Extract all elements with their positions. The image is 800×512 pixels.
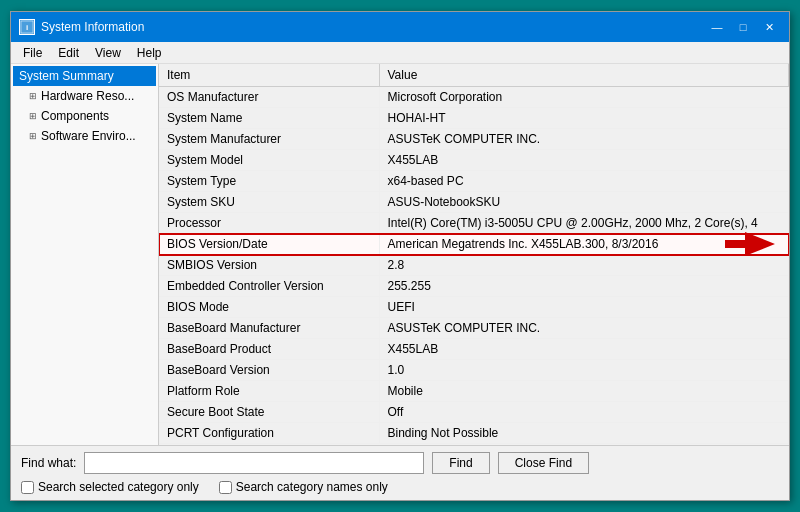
cell-item: PCRT Configuration — [159, 423, 379, 444]
window-title: System Information — [41, 20, 144, 34]
maximize-button[interactable]: □ — [731, 18, 755, 36]
sidebar-item-label: Hardware Reso... — [41, 89, 134, 103]
cell-item: Platform Role — [159, 381, 379, 402]
find-input[interactable] — [84, 452, 424, 474]
main-window: i System Information — □ ✕ FileEditViewH… — [10, 11, 790, 501]
title-bar: i System Information — □ ✕ — [11, 12, 789, 42]
search-selected-text: Search selected category only — [38, 480, 199, 494]
menu-item-edit[interactable]: Edit — [50, 44, 87, 62]
cell-value: 1.0 — [379, 360, 789, 381]
app-icon: i — [19, 19, 35, 35]
menu-item-view[interactable]: View — [87, 44, 129, 62]
sidebar: System Summary⊞Hardware Reso...⊞Componen… — [11, 64, 159, 445]
table-row: System NameHOHAI-HT — [159, 108, 789, 129]
title-bar-left: i System Information — [19, 19, 144, 35]
table-row: BIOS Version/DateAmerican Megatrends Inc… — [159, 234, 789, 255]
cell-item: System Manufacturer — [159, 129, 379, 150]
menu-item-help[interactable]: Help — [129, 44, 170, 62]
svg-text:i: i — [26, 23, 28, 32]
cell-item: Embedded Controller Version — [159, 276, 379, 297]
cell-value: ASUSTeK COMPUTER INC. — [379, 318, 789, 339]
expand-icon: ⊞ — [29, 131, 37, 141]
bottom-bar: Find what: Find Close Find Search select… — [11, 445, 789, 500]
table-row: System ModelX455LAB — [159, 150, 789, 171]
cell-value: Intel(R) Core(TM) i3-5005U CPU @ 2.00GHz… — [379, 213, 789, 234]
cell-value: Mobile — [379, 381, 789, 402]
sidebar-item-components[interactable]: ⊞Components — [13, 106, 156, 126]
cell-value: Off — [379, 402, 789, 423]
cell-item: System Name — [159, 108, 379, 129]
sidebar-item-label: Software Enviro... — [41, 129, 136, 143]
cell-value: X455LAB — [379, 150, 789, 171]
search-selected-checkbox[interactable] — [21, 481, 34, 494]
sidebar-item-software-enviro[interactable]: ⊞Software Enviro... — [13, 126, 156, 146]
table-row: Embedded Controller Version255.255 — [159, 276, 789, 297]
cell-item: BIOS Mode — [159, 297, 379, 318]
main-panel: Item Value OS ManufacturerMicrosoft Corp… — [159, 64, 789, 445]
table-row: BaseBoard Version1.0 — [159, 360, 789, 381]
checkboxes-row: Search selected category only Search cat… — [21, 480, 779, 494]
title-buttons: — □ ✕ — [705, 18, 781, 36]
cell-value: HOHAI-HT — [379, 108, 789, 129]
expand-icon: ⊞ — [29, 111, 37, 121]
table-container[interactable]: Item Value OS ManufacturerMicrosoft Corp… — [159, 64, 789, 445]
cell-value: Binding Not Possible — [379, 423, 789, 444]
cell-item: System SKU — [159, 192, 379, 213]
expand-icon: ⊞ — [29, 91, 37, 101]
cell-item: SMBIOS Version — [159, 255, 379, 276]
col-value: Value — [379, 64, 789, 87]
cell-value: x64-based PC — [379, 171, 789, 192]
cell-value: 255.255 — [379, 276, 789, 297]
sidebar-item-label: Components — [41, 109, 109, 123]
search-category-text: Search category names only — [236, 480, 388, 494]
find-row: Find what: Find Close Find — [21, 452, 779, 474]
table-row: Platform RoleMobile — [159, 381, 789, 402]
cell-item: BaseBoard Manufacturer — [159, 318, 379, 339]
table-row: System ManufacturerASUSTeK COMPUTER INC. — [159, 129, 789, 150]
col-item: Item — [159, 64, 379, 87]
cell-value: Microsoft Corporation — [379, 87, 789, 108]
table-row: System Typex64-based PC — [159, 171, 789, 192]
table-row: ProcessorIntel(R) Core(TM) i3-5005U CPU … — [159, 213, 789, 234]
cell-value: American Megatrends Inc. X455LAB.300, 8/… — [379, 234, 789, 255]
table-row: Secure Boot StateOff — [159, 402, 789, 423]
table-row: System SKUASUS-NotebookSKU — [159, 192, 789, 213]
menu-bar: FileEditViewHelp — [11, 42, 789, 64]
table-row: BIOS ModeUEFI — [159, 297, 789, 318]
cell-item: BIOS Version/Date — [159, 234, 379, 255]
cell-item: Secure Boot State — [159, 402, 379, 423]
cell-value: ASUS-NotebookSKU — [379, 192, 789, 213]
sidebar-item-system-summary[interactable]: System Summary — [13, 66, 156, 86]
find-label: Find what: — [21, 456, 76, 470]
sidebar-item-hardware-resources[interactable]: ⊞Hardware Reso... — [13, 86, 156, 106]
cell-item: Processor — [159, 213, 379, 234]
cell-item: System Model — [159, 150, 379, 171]
cell-item: BaseBoard Version — [159, 360, 379, 381]
table-row: BaseBoard ManufacturerASUSTeK COMPUTER I… — [159, 318, 789, 339]
cell-value: UEFI — [379, 297, 789, 318]
menu-item-file[interactable]: File — [15, 44, 50, 62]
system-info-table: Item Value OS ManufacturerMicrosoft Corp… — [159, 64, 789, 444]
search-category-label[interactable]: Search category names only — [219, 480, 388, 494]
cell-value: ASUSTeK COMPUTER INC. — [379, 129, 789, 150]
minimize-button[interactable]: — — [705, 18, 729, 36]
close-find-button[interactable]: Close Find — [498, 452, 589, 474]
cell-item: BaseBoard Product — [159, 339, 379, 360]
cell-value: X455LAB — [379, 339, 789, 360]
search-selected-label[interactable]: Search selected category only — [21, 480, 199, 494]
table-row: SMBIOS Version2.8 — [159, 255, 789, 276]
find-button[interactable]: Find — [432, 452, 489, 474]
table-row: BaseBoard ProductX455LAB — [159, 339, 789, 360]
table-row: OS ManufacturerMicrosoft Corporation — [159, 87, 789, 108]
search-category-checkbox[interactable] — [219, 481, 232, 494]
cell-item: OS Manufacturer — [159, 87, 379, 108]
cell-value: 2.8 — [379, 255, 789, 276]
close-button[interactable]: ✕ — [757, 18, 781, 36]
cell-item: System Type — [159, 171, 379, 192]
table-row: PCRT ConfigurationBinding Not Possible — [159, 423, 789, 444]
content-area: System Summary⊞Hardware Reso...⊞Componen… — [11, 64, 789, 445]
